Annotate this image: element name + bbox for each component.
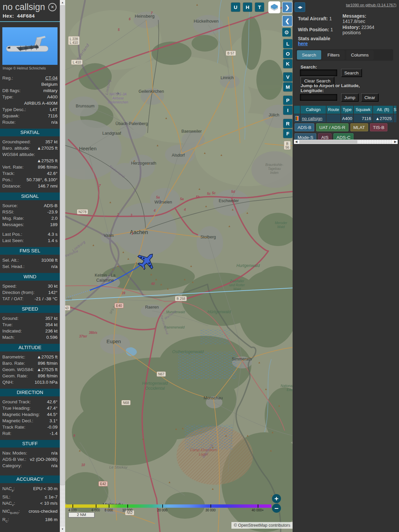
map-button-l[interactable]: L [283, 39, 292, 48]
section-header-fms-sel: FMS SEL [0, 247, 60, 255]
peak-icon: ▲ [92, 243, 95, 247]
map-button-r[interactable]: R [283, 119, 292, 128]
column-header-flag[interactable] [294, 106, 300, 114]
data-value: 236 kt [22, 328, 58, 334]
data-value: 42.6° [31, 399, 58, 405]
aircraft-info-list: Reg.:CT-04BelgiumDB flags:militaryType:A… [0, 75, 60, 125]
peak-icon: ▲ [182, 427, 185, 430]
registration-link[interactable]: CT-04 [13, 75, 58, 81]
sidebar-collapse-button[interactable]: ❮ [282, 15, 293, 27]
column-header-Alt. (ft)[interactable]: Alt. (ft) [373, 106, 393, 114]
data-value: ▲27025 ft [25, 354, 58, 360]
data-value: ≤ 1e-7 [10, 494, 58, 500]
close-icon[interactable]: ✕ [48, 3, 57, 11]
zoom-in-button[interactable]: + [272, 494, 281, 503]
filter-ads-b[interactable]: ADS-B [295, 123, 314, 131]
aircraft-detail-sidebar: no callsign ✕ Hex: 44F684 [0, 0, 60, 532]
github-version-link[interactable]: tar1090 on github (3.14.1767) [346, 3, 396, 7]
map-button-m[interactable]: M [283, 82, 292, 91]
map-button-u[interactable]: U [231, 3, 240, 12]
callsign-link[interactable]: no callsign [302, 116, 322, 121]
table-horizontal-scrollbar[interactable]: ◀ ▶ [294, 140, 398, 144]
map[interactable]: HeinsbergHückelhovenLinnichGeilenkirchen… [65, 0, 293, 532]
map-button-f[interactable]: F [283, 129, 292, 138]
table-scrollbar-thumb[interactable] [299, 140, 357, 144]
motorway-exit-label: 4 [154, 209, 156, 212]
zoom-out-button[interactable]: − [272, 504, 281, 513]
jump-input[interactable] [300, 94, 337, 101]
info-row: AIRBUS A-400M [0, 100, 60, 106]
filter-uatads-r[interactable]: UAT / ADS-R [316, 123, 348, 131]
column-header-Type[interactable]: Type [341, 106, 353, 114]
map-button-t[interactable]: T [255, 3, 264, 12]
peak-icon: ▲ [246, 434, 249, 437]
data-value: -21 / -38 °C [24, 296, 58, 302]
peak-icon: ▲ [133, 159, 136, 162]
road-shield: B 258 [175, 296, 187, 301]
map-button-o[interactable]: O [283, 49, 292, 58]
map-button-h[interactable]: H [243, 3, 252, 12]
map-button-k[interactable]: K [283, 59, 292, 68]
scroll-up-icon[interactable]: ▲ [60, 0, 65, 5]
map-button-i[interactable]: I [283, 106, 292, 115]
data-value: cross-checked [20, 508, 58, 516]
settings-button[interactable]: ⚙ [282, 28, 291, 37]
search-button[interactable]: Search [341, 69, 362, 77]
data-label: Track Rate: [2, 424, 25, 430]
road-shield: B 57 [226, 51, 236, 56]
data-value: EPU < 30 m [15, 485, 58, 494]
data-row: Geom. WGS84:▲27525 ft [0, 366, 60, 373]
data-value: n/a [22, 463, 58, 469]
column-header-Callsign[interactable]: Callsign [301, 106, 326, 114]
map-attribution[interactable]: © OpenStreetMap contributors [231, 522, 293, 529]
sidebar-scrollbar[interactable]: ▲ ▼ [60, 0, 65, 532]
jump-button[interactable]: Jump [341, 93, 358, 101]
peak-icon: ▲ [220, 153, 223, 157]
legend-tick-label: 30 000 [205, 508, 216, 512]
section-header-spatial: SPATIAL [0, 129, 60, 136]
layers-button[interactable] [268, 1, 280, 13]
messages-stat: Messages:1417.8/sec [342, 13, 366, 24]
data-row: Messages:189 [0, 221, 60, 228]
filter-mlat[interactable]: MLAT [350, 123, 368, 131]
map-canvas [65, 0, 293, 532]
minus-icon: − [274, 504, 278, 512]
road-shield: N278 [77, 209, 88, 214]
peak-icon: ▲ [265, 387, 268, 391]
data-row: Last Pos.:4.3 s [0, 231, 60, 237]
data-row: Pos.:50.738°, 6.100° [0, 177, 60, 183]
clear-button[interactable]: Clear [361, 93, 378, 101]
table-scrollbar-track[interactable] [357, 140, 392, 144]
sidebar-expand-button[interactable]: ❯ [282, 2, 293, 13]
map-button-v[interactable]: V [283, 72, 292, 81]
stats-here-link[interactable]: here [298, 41, 308, 46]
column-header-Route[interactable]: Route [327, 106, 340, 114]
map-button-p[interactable]: P [283, 96, 292, 105]
filter-tis-b[interactable]: TIS-B [370, 123, 388, 131]
column-header-Squawk[interactable]: Squawk [354, 106, 372, 114]
peak-icon: ▲ [150, 273, 153, 276]
aircraft-photo-illustration [2, 27, 58, 65]
airfield-icon: ✈ [159, 199, 162, 204]
sidebar-scrollbar-track[interactable] [60, 486, 65, 527]
data-label: Ground Track: [2, 399, 31, 405]
motorway-exit-label: 40 [151, 282, 155, 286]
search-input[interactable] [300, 69, 337, 76]
motorway-exit-label: 38bis [89, 331, 97, 334]
tab-search[interactable]: Search [297, 50, 321, 60]
peak-icon: ▲ [117, 264, 120, 268]
aircraft-photo[interactable] [2, 27, 58, 65]
scroll-right-icon[interactable]: ▶ [393, 140, 398, 144]
scroll-left-icon[interactable]: ◀ [294, 140, 299, 144]
data-value: v2 (DO-260B) [26, 456, 58, 463]
sidebar-scrollbar-thumb[interactable] [60, 5, 65, 485]
motorway-exit-label: 2 [117, 213, 119, 216]
tab-filters[interactable]: Filters [323, 50, 345, 60]
data-label: ADS-B Ver.: [2, 456, 26, 463]
scroll-down-icon[interactable]: ▼ [60, 527, 65, 532]
panel-resize-button[interactable]: ◀▶ [295, 2, 305, 12]
info-value: 7116 [20, 113, 58, 119]
column-header-S[interactable]: S [394, 106, 396, 114]
tab-columns[interactable]: Columns [346, 50, 374, 60]
peak-icon: ▲ [142, 437, 145, 441]
